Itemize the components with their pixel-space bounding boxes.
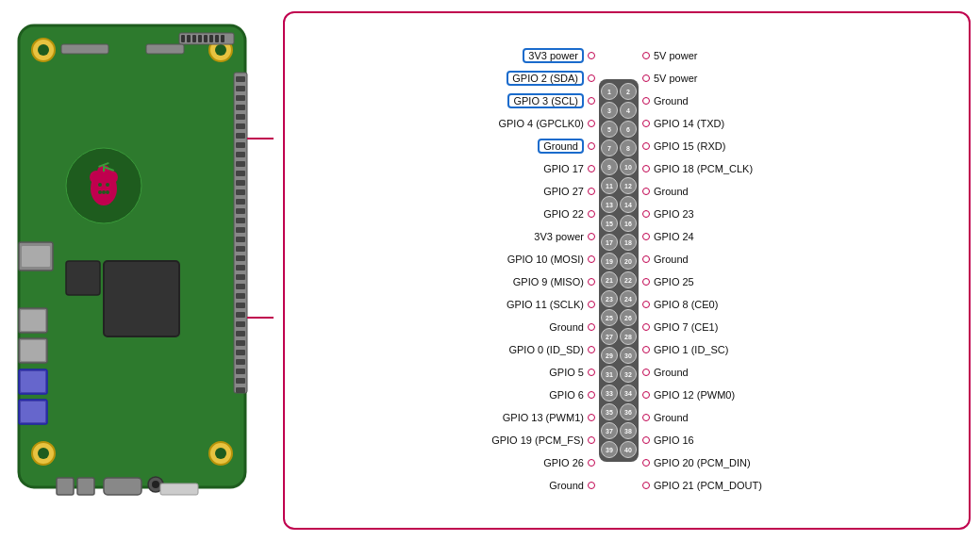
- svg-rect-38: [236, 255, 245, 261]
- right-pin-dot: [642, 482, 650, 489]
- pinout-table: 3V3 powerGPIO 2 (SDA)GPIO 3 (SCL)GPIO 4 …: [491, 45, 762, 496]
- right-pin-dot: [642, 346, 650, 353]
- pin-pair: 910: [601, 158, 637, 175]
- right-pin-row: Ground: [640, 362, 689, 383]
- left-pin-labels: 3V3 powerGPIO 2 (SDA)GPIO 3 (SCL)GPIO 4 …: [491, 45, 597, 496]
- main-container: 3V3 powerGPIO 2 (SDA)GPIO 3 (SCL)GPIO 4 …: [0, 0, 980, 541]
- right-pin-dot: [642, 97, 650, 105]
- left-pin-dot: [588, 142, 595, 150]
- left-pin-dot: [588, 346, 595, 353]
- pin-pair: 12: [601, 83, 637, 100]
- right-pin-label: Ground: [654, 95, 689, 107]
- right-pin-row: GPIO 21 (PCM_DOUT): [640, 475, 762, 496]
- svg-rect-48: [236, 350, 245, 355]
- left-pin-dot: [588, 255, 595, 263]
- left-pin-label: Ground: [549, 480, 584, 491]
- left-pin-label: 3V3 power: [523, 48, 584, 63]
- svg-rect-51: [236, 378, 245, 384]
- left-pin-row: GPIO 26: [543, 452, 597, 473]
- left-pin-label: GPIO 19 (PCM_FS): [491, 434, 584, 446]
- svg-rect-66: [104, 261, 179, 336]
- right-pin-label: Ground: [654, 412, 689, 423]
- svg-rect-78: [77, 478, 94, 495]
- right-pin-row: 5V power: [640, 45, 697, 66]
- left-pin-dot: [588, 482, 595, 489]
- right-pin-dot: [642, 52, 650, 59]
- right-pin-label: Ground: [654, 254, 689, 265]
- svg-rect-84: [146, 44, 184, 54]
- svg-rect-35: [236, 227, 245, 233]
- pin-pair: 3738: [601, 422, 637, 439]
- right-pin-label: GPIO 20 (PCM_DIN): [654, 457, 751, 468]
- pin-circle: 35: [601, 403, 618, 420]
- pin-circle: 27: [601, 328, 618, 345]
- pin-circle: 11: [601, 177, 618, 194]
- right-pin-dot: [642, 233, 650, 240]
- left-pin-label: GPIO 10 (MOSI): [507, 254, 584, 265]
- pin-circle: 5: [601, 121, 618, 138]
- left-pin-row: 3V3 power: [523, 45, 597, 66]
- right-pin-label: GPIO 21 (PCM_DOUT): [654, 480, 762, 491]
- left-pin-label: GPIO 11 (SCLK): [507, 299, 584, 310]
- left-pin-dot: [588, 414, 595, 421]
- pin-circle: 2: [620, 83, 637, 100]
- svg-rect-44: [236, 312, 245, 318]
- right-pin-row: GPIO 25: [640, 271, 694, 292]
- right-pin-dot: [642, 255, 650, 263]
- left-pin-label: GPIO 3 (SCL): [507, 93, 583, 108]
- left-pin-row: GPIO 4 (GPCLK0): [498, 113, 596, 134]
- svg-point-62: [106, 190, 109, 194]
- svg-point-8: [215, 448, 226, 459]
- left-pin-row: GPIO 22: [543, 204, 597, 224]
- pin-circle: 17: [601, 234, 618, 251]
- left-pin-row: GPIO 9 (MISO): [513, 271, 597, 292]
- left-pin-dot: [588, 323, 595, 331]
- right-pin-labels: 5V power5V powerGroundGPIO 14 (TXD)GPIO …: [640, 45, 762, 496]
- svg-rect-42: [236, 293, 245, 299]
- right-pin-row: Ground: [640, 249, 689, 270]
- svg-rect-24: [236, 123, 245, 129]
- svg-rect-16: [215, 35, 219, 42]
- svg-rect-15: [209, 35, 213, 42]
- svg-rect-12: [192, 35, 196, 42]
- pin-circle: 25: [601, 309, 618, 326]
- pin-circle: 15: [601, 215, 618, 232]
- left-pin-row: GPIO 27: [543, 181, 597, 202]
- left-pin-label: GPIO 17: [543, 163, 584, 174]
- svg-point-60: [102, 190, 106, 194]
- right-pin-row: GPIO 20 (PCM_DIN): [640, 452, 751, 473]
- svg-rect-69: [21, 310, 45, 331]
- svg-rect-31: [236, 189, 245, 195]
- left-pin-row: GPIO 10 (MOSI): [507, 249, 597, 270]
- svg-rect-39: [236, 265, 245, 270]
- left-pin-dot: [588, 459, 595, 467]
- right-pin-row: GPIO 1 (ID_SC): [640, 339, 728, 360]
- right-pin-label: GPIO 25: [654, 276, 694, 287]
- pinout-container: 3V3 powerGPIO 2 (SDA)GPIO 3 (SCL)GPIO 4 …: [283, 11, 971, 530]
- pin-circle: 18: [620, 234, 637, 251]
- pin-pair: 2930: [601, 347, 637, 364]
- pin-circle: 16: [620, 215, 637, 232]
- pin-pair: 3334: [601, 385, 637, 402]
- right-pin-dot: [642, 278, 650, 286]
- svg-point-2: [38, 44, 49, 56]
- right-pin-label: GPIO 8 (CE0): [654, 299, 718, 310]
- svg-rect-23: [236, 114, 245, 120]
- right-pin-row: GPIO 8 (CE0): [640, 294, 718, 315]
- pin-circle: 38: [620, 422, 637, 439]
- pin-circle: 22: [620, 271, 637, 288]
- pin-pair: 78: [601, 139, 637, 156]
- svg-rect-82: [22, 246, 50, 267]
- pin-pair: 3940: [601, 441, 637, 458]
- svg-rect-43: [236, 303, 245, 308]
- svg-rect-10: [181, 35, 185, 42]
- pin-circle: 26: [620, 309, 637, 326]
- svg-rect-50: [236, 369, 245, 374]
- right-pin-label: 5V power: [654, 50, 697, 61]
- pin-circle: 4: [620, 102, 637, 119]
- pin-circle: 3: [601, 102, 618, 119]
- right-pin-dot: [642, 323, 650, 331]
- svg-point-4: [215, 44, 226, 56]
- right-pin-dot: [642, 391, 650, 399]
- svg-rect-73: [21, 371, 45, 392]
